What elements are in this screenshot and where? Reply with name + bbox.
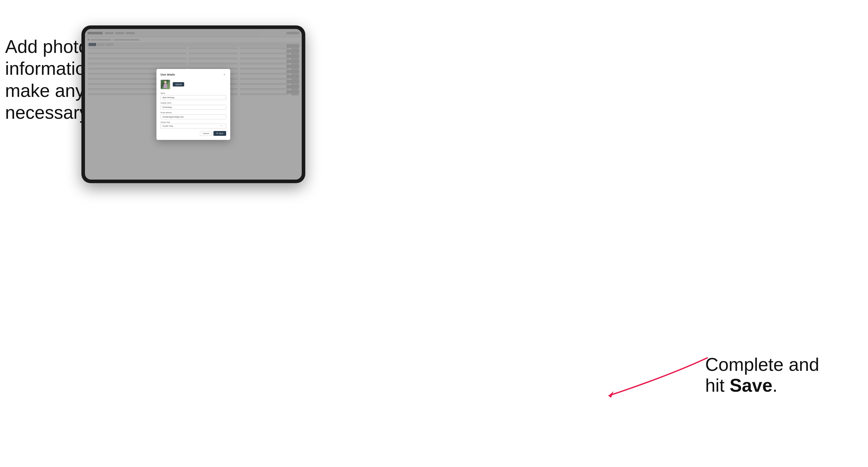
email-input[interactable] bbox=[160, 115, 226, 119]
tablet-frame: User details × Upload Name Display name bbox=[82, 25, 305, 183]
chevron-down-icon[interactable]: ⌄ bbox=[223, 125, 224, 127]
display-name-field-group: Display name bbox=[160, 102, 226, 110]
school-year-field-group: School Year Fourth Year ✕ ⌄ bbox=[160, 121, 226, 128]
upload-photo-button[interactable]: Upload bbox=[173, 82, 184, 87]
email-field-group: Email address bbox=[160, 112, 226, 119]
select-controls: ✕ ⌄ bbox=[221, 125, 224, 127]
tablet-screen: User details × Upload Name Display name bbox=[85, 29, 302, 180]
close-icon[interactable]: × bbox=[223, 73, 226, 76]
display-name-input[interactable] bbox=[160, 105, 226, 110]
cancel-button[interactable]: Cancel bbox=[200, 131, 212, 136]
arrow-right bbox=[593, 350, 720, 406]
right-annotation: Complete and hit Save. bbox=[705, 354, 853, 396]
name-input[interactable] bbox=[160, 95, 226, 100]
name-label: Name bbox=[160, 92, 226, 94]
school-year-label: School Year bbox=[160, 121, 226, 123]
modal-title: User details bbox=[160, 73, 175, 76]
modal-footer: Cancel ⬆ Save bbox=[160, 131, 226, 136]
modal-overlay: User details × Upload Name Display name bbox=[85, 29, 302, 180]
user-details-modal: User details × Upload Name Display name bbox=[156, 69, 230, 140]
save-icon: ⬆ bbox=[216, 132, 218, 134]
email-label: Email address bbox=[160, 112, 226, 114]
save-button[interactable]: ⬆ Save bbox=[213, 131, 226, 136]
display-name-label: Display name bbox=[160, 102, 226, 104]
modal-title-bar: User details × bbox=[160, 73, 226, 76]
save-label: Save bbox=[219, 132, 223, 134]
photo-section: Upload bbox=[160, 80, 226, 89]
name-field-group: Name bbox=[160, 92, 226, 100]
school-year-value: Fourth Year bbox=[162, 125, 173, 127]
user-photo-thumbnail bbox=[160, 80, 170, 89]
school-year-select[interactable]: Fourth Year ✕ ⌄ bbox=[160, 124, 226, 128]
select-clear-icon[interactable]: ✕ bbox=[221, 125, 222, 127]
